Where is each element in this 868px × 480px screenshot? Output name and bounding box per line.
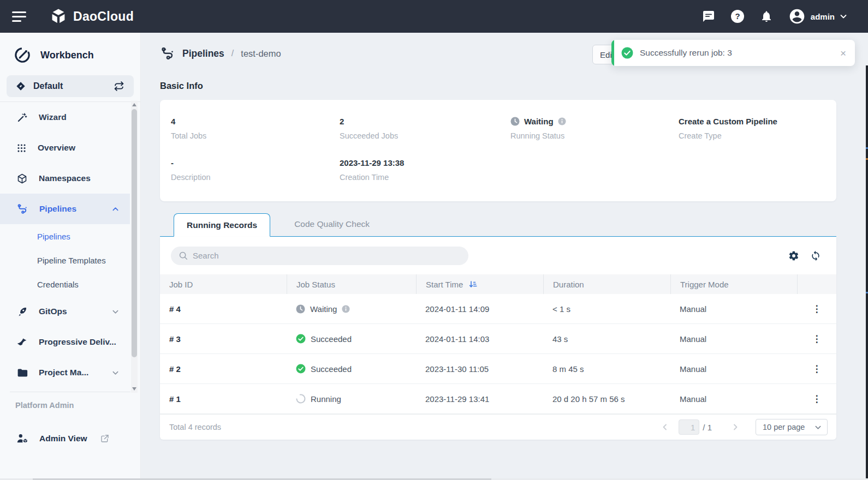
sidebar-item-progressive-delivery[interactable]: Progressive Deliv... bbox=[0, 327, 130, 357]
namespaces-cube-icon bbox=[16, 173, 28, 184]
svg-text:?: ? bbox=[735, 11, 740, 21]
row-actions-kebab-icon[interactable]: ⋮ bbox=[812, 304, 822, 314]
sort-descending-icon[interactable] bbox=[468, 280, 477, 289]
refresh-icon[interactable] bbox=[810, 250, 821, 261]
succeeded-check-icon bbox=[296, 364, 306, 374]
toast-close-icon[interactable]: × bbox=[840, 48, 846, 58]
table-toolbar bbox=[160, 237, 836, 274]
pipelines-chevron-up-icon bbox=[112, 206, 119, 213]
search-icon bbox=[179, 251, 188, 260]
workbench-icon bbox=[13, 46, 32, 64]
workspace-switch-icon[interactable] bbox=[113, 80, 125, 92]
sidebar-item-pipelines[interactable]: Pipelines bbox=[0, 194, 130, 224]
scroll-up-icon[interactable] bbox=[131, 101, 138, 109]
column-start-time[interactable]: Start Time bbox=[416, 274, 543, 294]
sidebar-item-namespaces[interactable]: Namespaces bbox=[0, 163, 130, 194]
sidebar-item-gitops[interactable]: GitOps bbox=[0, 296, 130, 327]
per-page-select[interactable]: 10 per page bbox=[756, 419, 828, 435]
row-actions-kebab-icon[interactable]: ⋮ bbox=[812, 334, 822, 344]
info-icon[interactable] bbox=[342, 305, 350, 313]
menu-toggle-icon[interactable] bbox=[12, 11, 27, 22]
table-settings-gear-icon[interactable] bbox=[788, 250, 799, 261]
column-job-id: Job ID bbox=[160, 274, 287, 294]
messages-icon[interactable] bbox=[701, 9, 716, 23]
field-description: - Description bbox=[171, 158, 340, 182]
running-records-panel: Job ID Job Status Start Time Duration Tr… bbox=[160, 237, 836, 440]
pipelines-icon bbox=[16, 203, 28, 215]
next-page-icon[interactable] bbox=[728, 423, 742, 431]
user-menu[interactable]: admin bbox=[788, 8, 847, 25]
scroll-down-icon[interactable] bbox=[131, 385, 138, 393]
info-icon[interactable] bbox=[558, 117, 566, 125]
tab-running-records[interactable]: Running Records bbox=[174, 213, 270, 237]
table-row[interactable]: # 3 Succeeded 2024-01-11 14:03 43 s Manu… bbox=[160, 324, 836, 354]
breadcrumb: Pipelines / test-demo bbox=[160, 46, 281, 61]
avatar-icon bbox=[788, 8, 806, 25]
field-running-status: Waiting Running Status bbox=[510, 116, 679, 140]
admin-view-icon bbox=[16, 433, 28, 445]
workspace-selector[interactable]: Default bbox=[7, 75, 134, 97]
sidebar-item-overview[interactable]: Overview bbox=[0, 133, 130, 163]
overview-grid-icon bbox=[16, 143, 27, 153]
field-create-type: Create a Custom Pipeline Create Type bbox=[679, 116, 836, 140]
tab-code-quality-check[interactable]: Code Quality Check bbox=[270, 213, 394, 236]
waiting-clock-icon bbox=[296, 304, 305, 314]
succeeded-check-icon bbox=[296, 334, 306, 344]
sidebar-menu: Wizard Overview Namespaces Pipelines bbox=[0, 101, 140, 388]
sidebar: Workbench Default Wizard Overvi bbox=[0, 33, 141, 480]
project-folder-icon bbox=[16, 367, 28, 379]
help-icon[interactable]: ? bbox=[730, 9, 745, 23]
table-footer: Total 4 records 1 / 1 10 per page bbox=[160, 414, 836, 440]
page-number-input[interactable]: 1 bbox=[679, 419, 699, 435]
breadcrumb-current: test-demo bbox=[241, 49, 281, 59]
wizard-icon bbox=[16, 112, 28, 123]
sidebar-scrollbar[interactable] bbox=[131, 101, 138, 393]
notifications-bell-icon[interactable] bbox=[759, 9, 774, 23]
toast-message: Successfully rerun job: 3 bbox=[640, 48, 732, 58]
daocloud-cube-icon bbox=[49, 7, 68, 26]
submenu-item-pipelines[interactable]: Pipelines bbox=[0, 224, 130, 248]
platform-admin-section-label: Platform Admin bbox=[15, 401, 74, 410]
gitops-rocket-icon bbox=[16, 306, 28, 317]
table-row[interactable]: # 1 Running 2023-11-29 13:41 20 d 20 h 5… bbox=[160, 384, 836, 414]
search-input-wrapper[interactable] bbox=[171, 247, 468, 265]
breadcrumb-root[interactable]: Pipelines bbox=[182, 48, 224, 59]
table-row[interactable]: # 2 Succeeded 2023-11-30 11:05 8 m 45 s … bbox=[160, 354, 836, 384]
main-content: Pipelines / test-demo Edit Basic Info 4 … bbox=[141, 33, 868, 480]
sidebar-scrollbar-thumb[interactable] bbox=[132, 109, 137, 357]
username-label: admin bbox=[811, 12, 835, 21]
column-job-status: Job Status bbox=[287, 274, 416, 294]
total-records-label: Total 4 records bbox=[169, 423, 221, 431]
sidebar-item-project-management[interactable]: Project Ma... bbox=[0, 357, 130, 388]
previous-page-icon[interactable] bbox=[658, 423, 672, 431]
column-actions bbox=[797, 274, 836, 294]
row-actions-kebab-icon[interactable]: ⋮ bbox=[812, 394, 822, 404]
project-chevron-down-icon bbox=[112, 369, 119, 376]
table-row[interactable]: # 4 Waiting 2024-01-11 14:09 < 1 s Manua… bbox=[160, 294, 836, 324]
field-creation-time: 2023-11-29 13:38 Creation Time bbox=[340, 158, 510, 182]
toast-success: Successfully rerun job: 3 × bbox=[611, 40, 855, 66]
gitops-chevron-down-icon bbox=[112, 308, 119, 315]
workspace-icon bbox=[15, 81, 26, 92]
select-chevron-down-icon bbox=[815, 424, 822, 431]
submenu-item-credentials[interactable]: Credentials bbox=[0, 272, 130, 296]
user-chevron-down-icon bbox=[840, 13, 847, 20]
toast-success-check-icon bbox=[621, 47, 633, 59]
search-input[interactable] bbox=[193, 251, 461, 260]
brand-logo: DaoCloud bbox=[49, 7, 134, 26]
breadcrumb-separator: / bbox=[231, 49, 234, 58]
right-edge-strip bbox=[866, 65, 868, 480]
workbench-title: Workbench bbox=[40, 50, 94, 61]
workspace-label: Default bbox=[33, 81, 63, 91]
sidebar-item-admin-view[interactable]: Admin View bbox=[0, 427, 130, 451]
submenu-item-pipeline-templates[interactable]: Pipeline Templates bbox=[0, 248, 130, 272]
basic-info-card: 4 Total Jobs 2 Succeeded Jobs Waiting Ru… bbox=[160, 100, 836, 201]
page-total-label: / 1 bbox=[703, 423, 712, 432]
workbench-header: Workbench bbox=[0, 33, 140, 74]
field-total-jobs: 4 Total Jobs bbox=[171, 116, 340, 140]
external-link-icon bbox=[100, 434, 109, 443]
row-actions-kebab-icon[interactable]: ⋮ bbox=[812, 364, 822, 374]
column-trigger-mode: Trigger Mode bbox=[670, 274, 797, 294]
sidebar-item-wizard[interactable]: Wizard bbox=[0, 102, 130, 133]
top-navbar: DaoCloud ? admin bbox=[0, 0, 868, 33]
